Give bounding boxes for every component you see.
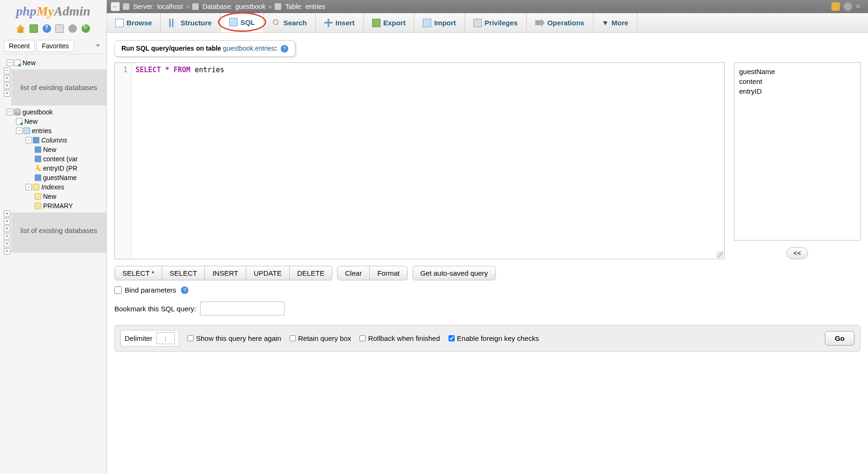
link-icon[interactable]: ⚭ [93,40,103,52]
logout-icon[interactable] [30,24,38,33]
sql-editor[interactable]: 1 SELECT * FROM entries [114,62,725,259]
col-guestname[interactable]: guestName [43,174,77,181]
insert-icon [324,19,333,27]
help-icon[interactable]: ? [181,286,188,294]
lock-icon[interactable] [831,2,840,11]
idx-new[interactable]: New [43,193,56,200]
collapse-icon[interactable]: − [25,137,32,143]
panel-prefix: Run SQL query/queries on table [121,45,223,52]
column-option[interactable]: entryID [739,86,855,96]
tab-browse[interactable]: Browse [107,13,161,32]
insert-button[interactable]: INSERT [205,266,246,280]
column-option[interactable]: content [739,76,855,86]
tab-more[interactable]: ▼More [593,13,637,32]
expand-icon[interactable]: + [4,218,10,225]
fk-checkbox[interactable] [449,335,455,341]
table-icon [23,128,30,134]
resize-handle[interactable] [717,251,723,258]
tab-operations[interactable]: Operations [527,13,593,32]
expand-icon[interactable]: + [4,75,10,82]
autosaved-button[interactable]: Get auto-saved query [412,266,496,280]
column-option[interactable]: guestName [739,67,855,76]
table-entries[interactable]: entries [32,127,52,135]
docs-icon[interactable] [55,24,64,33]
collapse-icon[interactable]: − [7,109,13,115]
bc-table-link[interactable]: entries [306,3,325,10]
collapse-columns-button[interactable]: << [786,247,808,259]
logo[interactable]: phpMyAdmin [0,0,106,23]
bookmark-input[interactable] [200,301,284,316]
bc-table-label: Table: [285,3,302,10]
col-new[interactable]: New [43,146,56,153]
idx-primary[interactable]: PRIMARY [43,202,73,210]
go-button[interactable]: Go [825,331,854,346]
delete-button[interactable]: DELETE [290,266,332,280]
new-db-icon [14,60,21,66]
collapse-icon[interactable]: − [25,184,32,190]
tab-insert[interactable]: Insert [316,13,364,32]
expand-icon[interactable]: − [4,68,10,74]
select-button[interactable]: SELECT [162,266,205,280]
collapse-icon[interactable]: − [7,60,13,66]
expand-icon[interactable]: + [4,226,10,232]
logo-admin: Admin [54,4,90,18]
update-button[interactable]: UPDATE [246,266,290,280]
page-settings-icon[interactable] [844,2,852,11]
home-icon[interactable] [16,24,25,33]
import-icon [423,19,431,27]
privileges-icon [473,19,482,27]
select-star-button[interactable]: SELECT * [114,266,162,280]
col-entryid[interactable]: entryID (PR [43,165,77,172]
tab-privileges[interactable]: Privileges [465,13,527,32]
expand-icon[interactable]: + [4,211,10,217]
separator: » [269,3,272,10]
tab-label: Insert [336,19,355,27]
rollback-checkbox[interactable] [359,335,366,341]
delimiter-input[interactable] [156,332,175,344]
settings-icon[interactable] [68,24,77,33]
help-icon[interactable]: ? [281,45,288,53]
help-icon[interactable] [43,24,51,33]
show-again-checkbox[interactable] [187,335,194,341]
clear-button[interactable]: Clear [337,266,370,280]
expand-icon[interactable]: + [4,90,10,97]
back-button[interactable]: ← [111,2,120,11]
kw-select: SELECT [135,66,161,74]
code-table: entries [195,66,224,74]
columns-node[interactable]: Columns [41,136,67,144]
menu-icon[interactable]: ≡ [856,2,864,11]
bind-params-checkbox[interactable] [114,286,122,294]
panel-suffix: : [275,45,277,52]
db-guestbook[interactable]: guestbook [22,108,53,116]
columns-icon [33,137,39,143]
refresh-icon[interactable] [82,24,90,33]
collapse-icon[interactable]: − [16,128,22,134]
bc-db-link[interactable]: guestbook [235,3,266,10]
column-icon [35,146,41,153]
tab-export[interactable]: Export [364,13,415,32]
bc-server-link[interactable]: localhost [157,3,183,10]
tab-structure[interactable]: Structure [161,13,221,32]
indexes-node[interactable]: Indexes [41,183,64,191]
favorites-tab[interactable]: Favorites [37,40,74,52]
tab-search[interactable]: Search [264,13,316,32]
expand-icon[interactable]: + [4,241,10,247]
recent-tab[interactable]: Recent [4,40,35,52]
retain-checkbox[interactable] [290,335,296,341]
new-table[interactable]: New [24,118,37,125]
delimiter-label: Delimiter [125,334,152,342]
format-button[interactable]: Format [370,266,408,280]
expand-icon[interactable]: + [4,233,10,240]
col-content[interactable]: content (var [43,155,78,163]
sql-code[interactable]: SELECT * FROM entries [132,63,724,259]
expand-icon[interactable]: + [4,248,10,255]
server-icon [123,3,129,10]
db-list-placeholder: list of existing databases [11,69,106,105]
tab-sql[interactable]: SQL [221,13,264,32]
columns-list[interactable]: guestName content entryID [734,62,861,241]
new-database[interactable]: New [22,59,36,67]
panel-table-link[interactable]: guestbook.entries [223,45,275,52]
tab-import[interactable]: Import [414,13,465,32]
sql-icon [229,18,238,26]
expand-icon[interactable]: + [4,83,10,89]
